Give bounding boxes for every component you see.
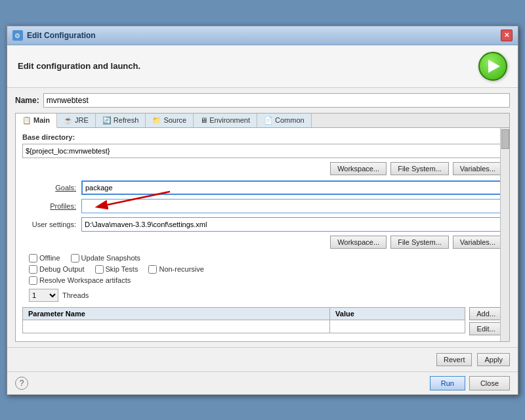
debug-output-checkbox[interactable]	[29, 265, 37, 274]
offline-checkbox-item[interactable]: Offline	[29, 254, 60, 262]
content-area: Name: 📋 Main ☕ JRE 🔄 Refresh 📁	[7, 88, 518, 347]
params-table-container: Parameter Name Value	[22, 307, 465, 336]
variables-btn-2[interactable]: Variables...	[453, 236, 503, 249]
tab-common[interactable]: 📄 Common	[257, 114, 312, 127]
checkbox-row-3: Resolve Workspace artifacts	[29, 276, 503, 285]
goals-row: Goals:	[22, 180, 503, 195]
tab-source-icon: 📁	[152, 116, 161, 125]
svg-text:⚙: ⚙	[14, 32, 20, 39]
header-area: Edit configuration and launch.	[7, 45, 518, 88]
tabs-area: 📋 Main ☕ JRE 🔄 Refresh 📁 Source 🖥	[15, 113, 510, 342]
checkbox-row-2: Debug Output Skip Tests Non-recursive	[29, 265, 503, 274]
col-param-name: Parameter Name	[23, 307, 330, 320]
table-actions: Add... Edit...	[469, 307, 503, 336]
debug-output-label: Debug Output	[39, 265, 85, 273]
variables-btn-1[interactable]: Variables...	[453, 162, 503, 175]
checkbox-row-1: Offline Update Snapshots	[29, 254, 503, 262]
profiles-label: Profiles:	[22, 202, 81, 210]
footer-area: ? Run Close	[7, 371, 518, 394]
tab-main-icon: 📋	[22, 116, 32, 125]
non-recursive-checkbox[interactable]	[148, 265, 157, 274]
base-directory-input[interactable]	[22, 144, 503, 158]
offline-checkbox[interactable]	[29, 254, 37, 262]
tab-main[interactable]: 📋 Main	[16, 114, 57, 128]
main-window: ⚙ Edit Configuration ✕ Edit configuratio…	[7, 26, 518, 395]
apply-button[interactable]: Apply	[477, 353, 510, 366]
directory-buttons: Workspace... File System... Variables...	[22, 162, 503, 175]
tab-content-main: Base directory: Workspace... File System…	[16, 128, 509, 341]
goals-input[interactable]	[81, 180, 503, 195]
workspace-btn-2[interactable]: Workspace...	[330, 236, 387, 249]
run-button-header[interactable]	[478, 52, 507, 81]
threads-select[interactable]: 1 2 4	[29, 289, 58, 302]
params-section: Parameter Name Value	[22, 307, 503, 336]
skip-tests-label: Skip Tests	[106, 265, 138, 273]
tabs-header: 📋 Main ☕ JRE 🔄 Refresh 📁 Source 🖥	[16, 114, 509, 128]
goals-label: Goals:	[22, 184, 81, 192]
revert-button[interactable]: Revert	[436, 353, 472, 366]
name-label: Name:	[15, 96, 39, 105]
window-icon: ⚙	[12, 30, 23, 41]
bottom-buttons: Revert Apply	[7, 347, 518, 371]
close-button-footer[interactable]: Close	[469, 376, 510, 390]
threads-row: 1 2 4 Threads	[29, 289, 503, 302]
scrollbar[interactable]	[500, 128, 509, 341]
tab-refresh-icon: 🔄	[102, 116, 112, 125]
table-row-empty	[23, 320, 465, 333]
profiles-row: Profiles:	[22, 199, 503, 213]
window-title: Edit Configuration	[27, 31, 96, 40]
non-recursive-label: Non-recursive	[159, 265, 203, 273]
update-snapshots-checkbox[interactable]	[71, 254, 79, 262]
name-row: Name:	[15, 93, 510, 108]
tab-source[interactable]: 📁 Source	[146, 114, 194, 127]
tab-main-label: Main	[33, 116, 50, 124]
tab-common-icon: 📄	[264, 116, 273, 125]
title-bar-left: ⚙ Edit Configuration	[12, 30, 96, 41]
update-snapshots-checkbox-item[interactable]: Update Snapshots	[71, 254, 141, 262]
table-cell-empty-name	[23, 320, 330, 333]
user-settings-input[interactable]	[81, 217, 503, 232]
debug-output-checkbox-item[interactable]: Debug Output	[29, 265, 85, 274]
footer-buttons: Run Close	[430, 376, 510, 390]
tab-jre-label: JRE	[75, 116, 89, 124]
col-value: Value	[330, 307, 465, 320]
tab-environment[interactable]: 🖥 Environment	[194, 114, 257, 127]
filesystem-btn-1[interactable]: File System...	[390, 162, 449, 175]
params-table: Parameter Name Value	[22, 307, 465, 333]
tab-content-area: Base directory: Workspace... File System…	[16, 128, 509, 341]
run-button[interactable]: Run	[430, 376, 465, 390]
title-bar: ⚙ Edit Configuration ✕	[7, 26, 518, 45]
table-cell-empty-value	[330, 320, 465, 333]
checkboxes-area: Offline Update Snapshots Debug Output	[22, 254, 503, 285]
workspace-btn-1[interactable]: Workspace...	[330, 162, 387, 175]
settings-buttons: Workspace... File System... Variables...	[22, 236, 503, 249]
header-title: Edit configuration and launch.	[18, 61, 140, 71]
skip-tests-checkbox[interactable]	[95, 265, 104, 274]
user-settings-label: User settings:	[22, 220, 81, 228]
tab-environment-label: Environment	[209, 116, 250, 124]
tab-common-label: Common	[275, 116, 304, 124]
help-button[interactable]: ?	[15, 377, 28, 390]
tab-source-label: Source	[163, 116, 186, 124]
scrollbar-thumb[interactable]	[501, 129, 509, 149]
resolve-workspace-label: Resolve Workspace artifacts	[39, 276, 131, 284]
close-button[interactable]: ✕	[501, 30, 513, 41]
resolve-workspace-checkbox-item[interactable]: Resolve Workspace artifacts	[29, 276, 131, 285]
add-button[interactable]: Add...	[469, 307, 503, 320]
skip-tests-checkbox-item[interactable]: Skip Tests	[95, 265, 138, 274]
update-snapshots-label: Update Snapshots	[81, 254, 141, 262]
tab-jre-icon: ☕	[64, 116, 73, 125]
resolve-workspace-checkbox[interactable]	[29, 276, 37, 285]
tab-refresh[interactable]: 🔄 Refresh	[96, 114, 146, 127]
tab-environment-icon: 🖥	[200, 116, 207, 124]
profiles-input[interactable]	[81, 199, 503, 213]
threads-label: Threads	[62, 291, 89, 299]
tab-refresh-label: Refresh	[114, 116, 139, 124]
edit-button[interactable]: Edit...	[469, 322, 503, 335]
non-recursive-checkbox-item[interactable]: Non-recursive	[148, 265, 203, 274]
base-directory-label: Base directory:	[22, 133, 503, 141]
name-input[interactable]	[43, 93, 510, 108]
tab-jre[interactable]: ☕ JRE	[57, 114, 96, 127]
play-icon	[488, 60, 500, 73]
filesystem-btn-2[interactable]: File System...	[390, 236, 449, 249]
